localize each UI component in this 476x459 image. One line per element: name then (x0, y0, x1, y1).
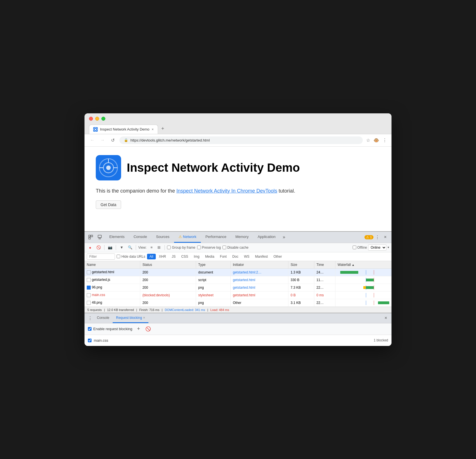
group-by-frame-checkbox[interactable] (167, 246, 171, 249)
tab-elements[interactable]: Elements (105, 231, 129, 243)
refresh-button[interactable]: ↺ (109, 138, 116, 143)
record-button[interactable]: ● (87, 244, 94, 251)
enable-request-blocking-checkbox[interactable] (88, 327, 92, 331)
menu-icon[interactable]: ⋮ (382, 138, 387, 143)
filter-other-button[interactable]: Other (271, 254, 284, 259)
enable-request-blocking-label: Enable request blocking (88, 327, 132, 331)
row-time: 22… (314, 299, 335, 306)
filter-css-button[interactable]: CSS (179, 254, 191, 259)
offline-checkbox[interactable] (353, 246, 356, 249)
row-initiator: Other (230, 299, 288, 306)
tab-console-bottom[interactable]: Console (94, 313, 113, 323)
filter-img-button[interactable]: Img (191, 254, 202, 259)
row-type: stylesheet (196, 291, 230, 299)
list-view-button[interactable]: ≡ (148, 244, 155, 251)
table-row[interactable]: 48.png 200 png Other 3.1 KB 22… (84, 299, 392, 306)
tree-view-button[interactable]: ⊞ (155, 244, 162, 251)
screenshot-button[interactable]: 📷 (107, 244, 114, 251)
filter-input[interactable] (87, 253, 115, 260)
filter-xhr-button[interactable]: XHR (156, 254, 168, 259)
table-row[interactable]: 96.png 200 png getstarted.html 7.3 KB 22… (84, 284, 392, 291)
profile-icon[interactable]: 🐵 (373, 138, 379, 143)
col-time[interactable]: Time (314, 261, 335, 269)
hide-data-urls-checkbox[interactable] (117, 255, 120, 258)
separator-pipe: | (104, 308, 105, 312)
devtools-more-button[interactable]: ⋮ (373, 233, 381, 241)
blocked-item-name: main.css (94, 338, 372, 343)
col-status[interactable]: Status (140, 261, 196, 269)
row-initiator: getstarted.html (230, 291, 288, 299)
col-waterfall[interactable]: Waterfall ▲ (335, 261, 392, 269)
separator-pipe-3: | (162, 308, 163, 312)
table-row[interactable]: getstarted.js 200 script getstarted.html… (84, 276, 392, 284)
filter-ws-button[interactable]: WS (241, 254, 252, 259)
description-suffix: tutorial. (279, 188, 295, 194)
maximize-window-button[interactable] (101, 117, 105, 121)
browser-tab[interactable]: Inspect Network Activity Demo × (89, 125, 158, 134)
bookmark-icon[interactable]: ☆ (366, 138, 370, 143)
filter-button[interactable]: ▼ (118, 244, 125, 251)
address-actions: ☆ 🐵 ⋮ (366, 138, 387, 143)
col-name[interactable]: Name (84, 261, 140, 269)
block-url-button[interactable]: 🚫 (145, 326, 152, 332)
disable-cache-checkbox[interactable] (223, 246, 226, 249)
forward-button[interactable]: → (99, 138, 106, 143)
col-initiator[interactable]: Initiator (230, 261, 288, 269)
table-row[interactable]: main.css (blocked:devtools) stylesheet g… (84, 291, 392, 299)
more-tabs-button[interactable]: » (280, 233, 288, 241)
inspect-element-button[interactable] (87, 233, 95, 241)
tab-sources[interactable]: Sources (152, 231, 174, 243)
bottom-panel-close-button[interactable]: × (382, 315, 389, 321)
back-button[interactable]: ← (89, 138, 96, 143)
filter-font-button[interactable]: Font (217, 254, 229, 259)
get-data-button[interactable]: Get Data (96, 200, 121, 209)
filter-all-button[interactable]: All (147, 254, 156, 259)
row-name: 48.png (84, 299, 140, 306)
add-blocking-rule-button[interactable]: + (135, 326, 142, 332)
row-time-blocked: 0 ms (314, 291, 335, 299)
blocked-item-checkbox[interactable] (88, 339, 92, 342)
load-line (374, 278, 374, 282)
new-tab-button[interactable]: + (158, 123, 168, 134)
col-type[interactable]: Type (196, 261, 230, 269)
tab-request-blocking[interactable]: Request blocking × (113, 313, 148, 323)
request-blocking-tab-close[interactable]: × (143, 316, 145, 320)
bottom-panel-more-button[interactable]: ⋮ (87, 315, 94, 321)
tab-network[interactable]: ⚠ Network (174, 231, 201, 243)
initiator-link[interactable]: getstarted.html (233, 278, 255, 282)
table-row[interactable]: getstarted.html 200 document getstarted.… (84, 268, 392, 276)
minimize-window-button[interactable] (95, 117, 99, 121)
filter-js-button[interactable]: JS (169, 254, 178, 259)
initiator-link[interactable]: getstarted.html (233, 286, 255, 290)
device-toolbar-button[interactable] (96, 233, 104, 241)
address-input[interactable]: 🔒 https://devtools.glitch.me/network/get… (119, 136, 363, 144)
load-line (374, 301, 374, 305)
row-type: document (196, 268, 230, 276)
filter-media-button[interactable]: Media (203, 254, 217, 259)
initiator-link[interactable]: getstarted.html:2… (233, 270, 261, 274)
badge-count: 1 (370, 235, 372, 239)
tab-application[interactable]: Application (253, 231, 280, 243)
initiator-link-blocked[interactable]: getstarted.html (233, 293, 255, 297)
row-waterfall (335, 268, 392, 276)
throttle-select[interactable]: Online (368, 244, 386, 251)
doc-icon (87, 293, 91, 297)
close-window-button[interactable] (89, 117, 93, 121)
tab-close-button[interactable]: × (152, 127, 154, 131)
row-name: getstarted.js (84, 276, 140, 284)
tab-memory[interactable]: Memory (231, 231, 253, 243)
waterfall-bar (378, 301, 389, 304)
row-size: 3.1 KB (288, 299, 314, 306)
filter-manifest-button[interactable]: Manifest (253, 254, 270, 259)
search-button[interactable]: 🔍 (127, 244, 134, 251)
tab-performance[interactable]: Performance (201, 231, 231, 243)
preserve-log-checkbox[interactable] (197, 246, 201, 249)
row-name: getstarted.html (84, 268, 140, 276)
devtools-tutorial-link[interactable]: Inspect Network Activity In Chrome DevTo… (176, 188, 277, 194)
devtools-close-button[interactable]: × (381, 233, 389, 241)
tab-console[interactable]: Console (129, 231, 152, 243)
page-title: Inspect Network Activity Demo (127, 161, 300, 175)
filter-doc-button[interactable]: Doc (230, 254, 241, 259)
clear-log-button[interactable]: 🚫 (95, 244, 102, 251)
col-size[interactable]: Size (288, 261, 314, 269)
